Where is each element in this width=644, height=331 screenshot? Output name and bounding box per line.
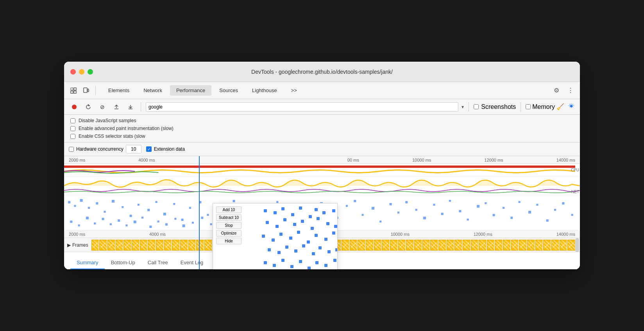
svg-line-241 [495, 240, 500, 250]
frame-block[interactable] [366, 240, 374, 251]
settings-gear[interactable] [567, 102, 575, 112]
frame-block[interactable] [454, 240, 462, 251]
dot [299, 206, 302, 210]
frame-block[interactable] [358, 240, 365, 251]
frame-block[interactable] [527, 240, 535, 251]
svg-rect-1 [71, 91, 73, 93]
hw-concurrency-group: Hardware concurrency [69, 145, 141, 153]
frame-block[interactable] [140, 240, 148, 251]
frame-block[interactable] [447, 240, 454, 251]
tab-bottom-up[interactable]: Bottom-Up [105, 256, 141, 269]
svg-rect-46 [372, 207, 374, 210]
tab-elements[interactable]: Elements [102, 85, 136, 96]
dot [283, 218, 286, 221]
dot [299, 260, 302, 263]
frame-block[interactable] [350, 240, 358, 251]
more-icon[interactable]: ⋮ [564, 84, 577, 97]
frame-block[interactable] [99, 240, 107, 251]
device-icon[interactable] [80, 84, 92, 97]
paint-checkbox[interactable] [70, 126, 75, 131]
frame-block[interactable] [479, 240, 487, 251]
tab-performance[interactable]: Performance [170, 85, 211, 96]
dot [332, 231, 335, 235]
time-mark-00: 00 ms [347, 158, 359, 162]
settings-icon[interactable]: ⚙ [550, 84, 563, 97]
frame-block[interactable] [116, 240, 123, 251]
frame-block[interactable] [91, 240, 99, 251]
tab-sources[interactable]: Sources [213, 85, 244, 96]
url-input[interactable] [146, 102, 458, 112]
inspector-icon[interactable] [67, 84, 80, 97]
dot [302, 244, 305, 247]
frame-block[interactable] [123, 240, 131, 251]
frame-block[interactable] [398, 240, 406, 251]
frame-block[interactable] [495, 240, 503, 251]
maximize-button[interactable] [88, 69, 93, 75]
frame-block[interactable] [390, 240, 398, 251]
scrollbar[interactable] [575, 238, 579, 252]
frame-block[interactable] [519, 240, 527, 251]
memory-checkbox[interactable] [526, 104, 531, 109]
minimize-button[interactable] [79, 69, 84, 75]
frame-block[interactable] [107, 240, 115, 251]
frame-block[interactable] [406, 240, 414, 251]
frame-block[interactable] [132, 240, 140, 251]
svg-rect-3 [74, 91, 76, 93]
frame-block[interactable] [551, 240, 559, 251]
frame-block[interactable] [438, 240, 446, 251]
tab-lighthouse[interactable]: Lighthouse [246, 85, 283, 96]
frame-block[interactable] [196, 240, 204, 251]
frame-block[interactable] [471, 240, 479, 251]
frame-block[interactable] [463, 240, 470, 251]
tab-event-log[interactable]: Event Log [174, 256, 210, 269]
frame-block[interactable] [164, 240, 172, 251]
close-button[interactable] [70, 69, 76, 75]
frame-block[interactable] [148, 240, 156, 251]
memory-group: Memory 🧹 [526, 103, 564, 110]
frame-block[interactable] [342, 240, 349, 251]
hw-concurrency-checkbox[interactable] [69, 147, 74, 152]
screenshots-checkbox[interactable] [474, 104, 479, 109]
hw-concurrency-input[interactable] [126, 145, 141, 153]
frame-block[interactable] [567, 240, 575, 251]
dot [281, 259, 284, 262]
record-button[interactable] [69, 101, 80, 112]
frame-block[interactable] [156, 240, 164, 251]
svg-rect-66 [546, 219, 549, 222]
svg-rect-2 [74, 88, 76, 90]
svg-rect-85 [192, 222, 194, 224]
tab-overflow[interactable]: >> [285, 85, 303, 96]
svg-rect-80 [149, 226, 152, 228]
frame-block[interactable] [511, 240, 519, 251]
frame-block[interactable] [543, 240, 551, 251]
frame-block[interactable] [430, 240, 438, 251]
frame-block[interactable] [422, 240, 430, 251]
frame-block[interactable] [560, 240, 567, 251]
clear-button[interactable]: ⊘ [97, 101, 108, 112]
frame-block[interactable] [487, 240, 495, 251]
frame-block[interactable] [204, 240, 212, 251]
frame-block[interactable] [374, 240, 382, 251]
frame-block[interactable] [414, 240, 422, 251]
tab-network[interactable]: Network [137, 85, 168, 96]
tab-summary[interactable]: Summary [70, 256, 105, 269]
tab-call-tree[interactable]: Call Tree [141, 256, 174, 269]
frame-block[interactable] [503, 240, 511, 251]
ext-data-checkbox[interactable]: ✓ [146, 146, 152, 152]
svg-rect-5 [88, 89, 89, 92]
svg-line-113 [150, 240, 155, 250]
svg-line-191 [360, 240, 365, 250]
reload-button[interactable] [83, 101, 94, 112]
svg-rect-71 [78, 224, 80, 226]
frame-block[interactable] [535, 240, 543, 251]
frame-block[interactable] [382, 240, 390, 251]
download-button[interactable] [125, 101, 136, 112]
css-checkbox[interactable] [70, 134, 75, 139]
frame-block[interactable] [188, 240, 196, 251]
dropdown-button[interactable]: ▾ [462, 104, 464, 110]
frames-arrow[interactable]: ▶ [67, 242, 71, 248]
frame-block[interactable] [172, 240, 180, 251]
frame-block[interactable] [180, 240, 188, 251]
upload-button[interactable] [111, 101, 122, 112]
disable-js-checkbox[interactable] [70, 118, 75, 123]
